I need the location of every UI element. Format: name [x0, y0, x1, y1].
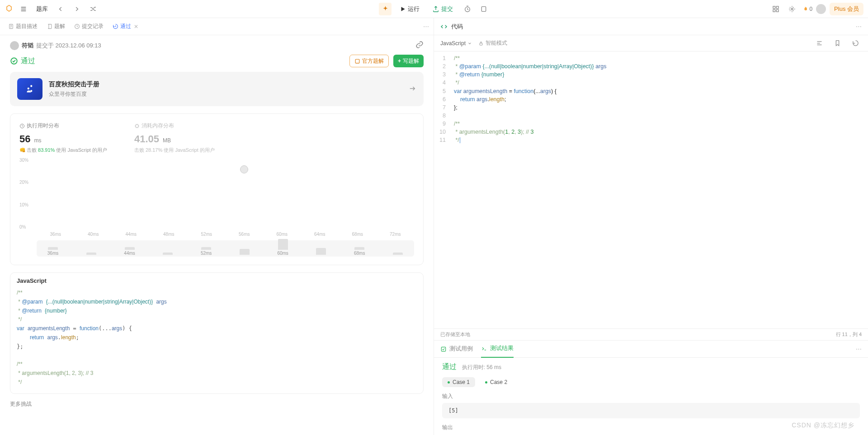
language-select[interactable]: JavaScript [440, 40, 472, 47]
arrow-right-icon [408, 84, 416, 94]
run-label: 运行 [408, 5, 420, 13]
gutter: 1234567891011 [434, 51, 449, 328]
lock-icon [478, 41, 484, 46]
submit-label: 提交 [441, 5, 453, 13]
logo-icon[interactable] [5, 5, 14, 14]
chart-marker [240, 165, 248, 173]
official-solution-button[interactable]: 官方题解 [349, 55, 389, 67]
promo-card[interactable]: 百度秋招突击手册 众里寻你签百度 [10, 72, 424, 106]
reset-icon[interactable] [849, 37, 862, 50]
promo-title: 百度秋招突击手册 [49, 80, 99, 89]
shuffle-icon[interactable] [87, 3, 99, 15]
left-tabs: 题目描述 题解 提交记录 通过 ✕ ⋯ [0, 18, 434, 35]
runtime-chart: 36ms40ms44ms48ms52ms56ms60ms64ms68ms72ms… [19, 160, 414, 237]
tab-testcases[interactable]: 测试用例 [440, 345, 473, 353]
snippet-body: /** * @param {...(null|boolean|number|st… [10, 284, 423, 393]
streak-value: 0 [809, 6, 812, 12]
result-status: 通过 [442, 363, 457, 370]
layout-icon[interactable] [769, 3, 782, 15]
user-avatar [10, 41, 19, 50]
username: 符韬 [22, 42, 33, 50]
write-solution-button[interactable]: + 写题解 [393, 55, 424, 67]
check-square-icon [440, 346, 447, 352]
output-label: 输出 [442, 424, 860, 431]
svg-rect-3 [777, 6, 779, 9]
debug-sparkle-icon[interactable] [379, 3, 392, 15]
topbar: 题库 运行 提交 [0, 0, 868, 18]
more-challenges[interactable]: 更多挑战 [0, 398, 434, 412]
runtime-col[interactable]: 执行用时分布 56 ms 👊击败 83.91% 使用 JavaScript 的用… [19, 122, 107, 154]
editor-toolbar: JavaScript 智能模式 [434, 35, 868, 51]
note-icon[interactable] [477, 3, 490, 15]
tab-description[interactable]: 题目描述 [5, 21, 41, 32]
tab-results[interactable]: 测试结果 [481, 341, 514, 358]
code-icon [440, 23, 448, 30]
terminal-icon [481, 346, 487, 352]
editor-status: 已存储至本地 行 11，列 4 [434, 328, 868, 340]
code-title: 代码 [451, 23, 463, 31]
memory-icon [134, 123, 140, 129]
input-box[interactable]: [5] [442, 403, 860, 418]
list-icon[interactable] [17, 3, 30, 15]
svg-rect-11 [136, 125, 138, 127]
more-icon[interactable]: ⋯ [856, 346, 862, 352]
promo-sub: 众里寻你签百度 [49, 90, 99, 98]
next-icon[interactable] [71, 3, 83, 15]
right-pane: 代码 ⋯ JavaScript 智能模式 1234567891011 /** *… [434, 18, 868, 435]
input-label: 输入 [442, 393, 860, 400]
saved-status: 已存储至本地 [440, 331, 470, 338]
memory-col[interactable]: 消耗内存分布 41.05 MB 击败 28.17% 使用 JavaScript … [134, 122, 215, 154]
prev-icon[interactable] [54, 3, 67, 15]
bookmark-icon[interactable] [831, 37, 844, 50]
library-link[interactable]: 题库 [33, 5, 51, 13]
format-icon[interactable] [813, 37, 826, 50]
plus-button[interactable]: Plus 会员 [830, 3, 863, 15]
svg-rect-5 [777, 9, 779, 12]
svg-rect-13 [441, 347, 445, 351]
code-editor[interactable]: 1234567891011 /** * @param {...(null|boo… [434, 51, 868, 328]
smart-mode[interactable]: 智能模式 [478, 39, 507, 47]
stats-card: 执行用时分布 56 ms 👊击败 83.91% 使用 JavaScript 的用… [10, 113, 424, 265]
mini-chart[interactable]: 36ms44ms52ms60ms68ms [37, 240, 414, 257]
left-pane: 题目描述 题解 提交记录 通过 ✕ ⋯ 符韬 提交于 2 [0, 18, 434, 435]
streak-counter[interactable]: 0 [802, 6, 812, 12]
cursor-pos: 行 11，列 4 [836, 331, 862, 338]
plus-label: Plus 会员 [834, 5, 859, 13]
chevron-down-icon [467, 41, 472, 46]
snippet-card: JavaScript /** * @param {...(null|boolea… [10, 272, 424, 394]
svg-rect-4 [773, 9, 775, 12]
svg-rect-1 [482, 6, 486, 11]
test-panel: 测试用例 测试结果 ⋯ 通过 执行用时: 56 ms Case 1 Case 2… [434, 340, 868, 435]
svg-rect-9 [355, 59, 359, 63]
code-body[interactable]: /** * @param {...(null|boolean|number|st… [449, 51, 868, 328]
svg-point-6 [791, 8, 793, 10]
case-2[interactable]: Case 2 [480, 377, 513, 387]
svg-rect-12 [480, 43, 482, 45]
submission-header: 符韬 提交于 2023.12.06 09:13 [0, 35, 434, 53]
settings-icon[interactable] [786, 3, 798, 15]
close-icon[interactable]: ✕ [134, 23, 138, 30]
submit-time: 提交于 2023.12.06 09:13 [36, 42, 101, 50]
avatar[interactable] [816, 4, 826, 14]
timer-icon[interactable] [461, 3, 474, 15]
svg-rect-2 [773, 6, 775, 9]
tab-solution[interactable]: 题解 [43, 21, 69, 32]
status-pass: 通过 [10, 56, 35, 66]
run-button[interactable]: 运行 [395, 3, 424, 15]
cursor [460, 137, 460, 144]
case-1[interactable]: Case 1 [442, 377, 475, 387]
code-header: 代码 ⋯ [434, 18, 868, 35]
tab-pass[interactable]: 通过 ✕ [109, 21, 142, 32]
tab-history[interactable]: 提交记录 [71, 21, 107, 32]
result-time: 执行用时: 56 ms [462, 364, 501, 370]
submit-button[interactable]: 提交 [428, 3, 458, 15]
snippet-title: JavaScript [10, 273, 423, 284]
more-icon[interactable]: ⋯ [856, 23, 862, 30]
link-icon[interactable] [415, 41, 424, 50]
promo-thumb [17, 78, 42, 100]
clock-icon [19, 123, 25, 129]
more-icon[interactable]: ⋯ [423, 23, 429, 30]
